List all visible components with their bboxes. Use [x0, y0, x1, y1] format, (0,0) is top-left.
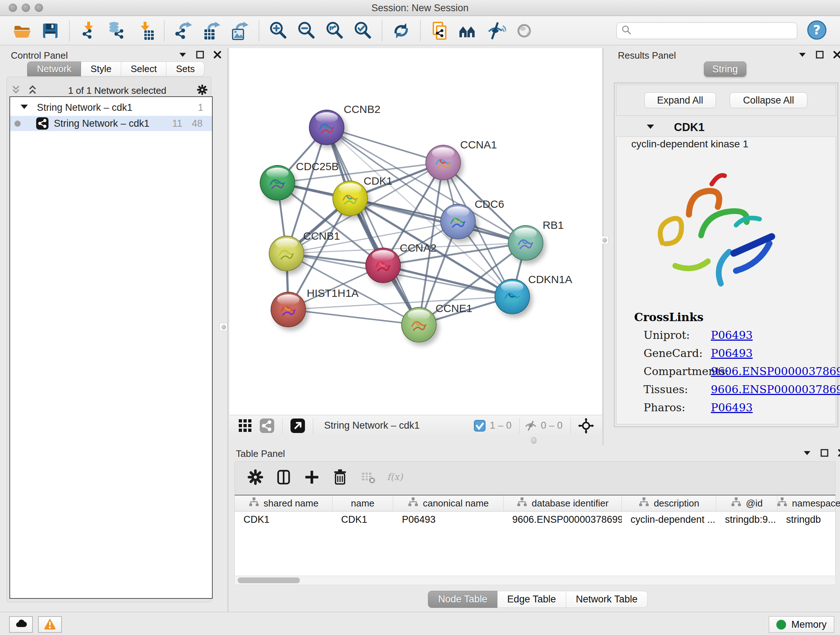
- scrollbar-thumb[interactable]: [238, 578, 300, 583]
- open-session-icon[interactable]: [11, 20, 33, 42]
- column-header-namespace[interactable]: namespace: [777, 496, 840, 511]
- zoom-fit-icon[interactable]: [324, 20, 346, 42]
- network-share-icon[interactable]: [259, 418, 275, 434]
- tab-network-table[interactable]: Network Table: [566, 591, 648, 608]
- tab-sets[interactable]: Sets: [166, 62, 204, 76]
- tab-edge-table[interactable]: Edge Table: [497, 591, 566, 608]
- right-splitter[interactable]: [603, 48, 603, 445]
- delete-column-trash-icon[interactable]: [330, 467, 351, 488]
- column-header-description[interactable]: description: [622, 496, 716, 511]
- close-panel-icon[interactable]: [832, 50, 840, 61]
- zoom-selected-icon[interactable]: [352, 20, 374, 42]
- show-all-icon[interactable]: [513, 20, 535, 42]
- left-splitter-handle[interactable]: [219, 323, 227, 331]
- warning-button[interactable]: [38, 616, 62, 633]
- birds-eye-crosshair-icon[interactable]: [578, 418, 594, 434]
- node-HIST1H1A[interactable]: [271, 292, 306, 327]
- collapse-all-button[interactable]: Collapse All: [729, 92, 807, 108]
- collapse-panel-icon[interactable]: [178, 50, 187, 61]
- import-database-icon[interactable]: [106, 20, 128, 42]
- edge-HIST1H1A-CCNE1[interactable]: [288, 310, 419, 325]
- collection-expand-triangle-icon[interactable]: [10, 102, 29, 113]
- crosslink-link[interactable]: P06493: [711, 347, 753, 359]
- tab-node-table[interactable]: Node Table: [428, 591, 497, 608]
- table-cell[interactable]: stringdb: [777, 511, 840, 527]
- tab-style[interactable]: Style: [81, 62, 121, 76]
- table-cell[interactable]: CDK1: [235, 511, 332, 527]
- table-horizontal-scrollbar[interactable]: [234, 576, 836, 585]
- table-cell[interactable]: stringdb:9...: [716, 511, 777, 527]
- node-RB1[interactable]: [508, 225, 543, 261]
- column-header-name[interactable]: name: [332, 496, 393, 511]
- node-CCNA1[interactable]: [425, 145, 461, 180]
- edge-CCNB2-CCNA1[interactable]: [327, 127, 443, 163]
- crosslink-link[interactable]: P06493: [711, 329, 753, 341]
- crosslink-link[interactable]: 9606.ENSP00000378699: [711, 383, 840, 396]
- export-image-icon[interactable]: [229, 20, 251, 42]
- hide-selected-icon[interactable]: [485, 20, 507, 42]
- column-header-database-identifier[interactable]: database identifier: [504, 496, 622, 511]
- crosslink-link[interactable]: P06493: [711, 401, 753, 414]
- section-expand-triangle-icon[interactable]: [616, 122, 655, 133]
- node-CCNA2[interactable]: [365, 248, 401, 283]
- help-button[interactable]: ?: [807, 20, 827, 42]
- table-row[interactable]: CDK1CDK1P064939606.ENSP00000378699cyclin…: [235, 511, 835, 527]
- column-header--id[interactable]: @id: [716, 496, 777, 511]
- zoom-in-icon[interactable]: [267, 20, 289, 42]
- tab-string[interactable]: String: [704, 62, 746, 77]
- network-options-gear-icon[interactable]: [196, 84, 208, 97]
- node-details-header[interactable]: CDK1: [616, 118, 836, 137]
- table-cell[interactable]: cyclin-dependent ...: [622, 511, 716, 527]
- float-panel-icon[interactable]: [195, 50, 205, 61]
- expand-all-button[interactable]: Expand All: [644, 92, 716, 108]
- grid-view-icon[interactable]: [237, 418, 253, 434]
- zoom-out-icon[interactable]: [295, 20, 317, 42]
- collapse-panel-icon[interactable]: [802, 448, 812, 459]
- float-panel-icon[interactable]: [815, 50, 824, 61]
- node-CDK1[interactable]: [332, 181, 368, 216]
- open-in-new-icon[interactable]: [290, 418, 306, 434]
- tab-network[interactable]: Network: [27, 62, 81, 76]
- close-panel-icon[interactable]: [837, 448, 840, 459]
- save-session-icon[interactable]: [39, 20, 61, 42]
- network-collection-row[interactable]: String Network – cdk1 1: [10, 101, 212, 114]
- left-splitter[interactable]: [227, 48, 228, 612]
- first-neighbors-icon[interactable]: [457, 20, 478, 42]
- tab-select[interactable]: Select: [121, 62, 166, 76]
- refresh-icon[interactable]: [390, 20, 412, 42]
- add-column-plus-icon[interactable]: [302, 467, 322, 488]
- show-columns-icon[interactable]: [273, 467, 294, 488]
- close-panel-icon[interactable]: [213, 50, 222, 61]
- node-CDC6[interactable]: [440, 204, 476, 239]
- table-cell[interactable]: P06493: [393, 511, 504, 527]
- memory-button[interactable]: Memory: [769, 616, 834, 633]
- network-canvas[interactable]: CCNB2CCNA1CDC25BCDK1CDC6RB1CCNB1CCNA2CDK…: [229, 48, 602, 415]
- table-cell[interactable]: 9606.ENSP00000378699: [504, 511, 622, 527]
- export-table-icon[interactable]: [201, 20, 223, 42]
- column-header-shared-name[interactable]: shared name: [235, 496, 332, 511]
- node-CDC25B[interactable]: [260, 165, 295, 201]
- crosslink-link[interactable]: 9606.ENSP00000378699: [711, 365, 840, 378]
- collapse-panel-icon[interactable]: [798, 50, 807, 61]
- node-CCNB2[interactable]: [309, 110, 344, 145]
- search-box[interactable]: [616, 22, 797, 39]
- float-panel-icon[interactable]: [820, 448, 829, 459]
- node-CDKN1A[interactable]: [494, 279, 530, 314]
- hidden-eye-slash-icon[interactable]: [524, 419, 537, 432]
- search-input[interactable]: [635, 25, 793, 36]
- column-header-canonical-name[interactable]: canonical name: [393, 496, 504, 511]
- node-CCNE1[interactable]: [401, 307, 437, 342]
- cloud-button[interactable]: [9, 616, 33, 633]
- table-cell[interactable]: CDK1: [332, 511, 393, 527]
- import-table-icon[interactable]: [134, 20, 156, 42]
- expand-all-networks-icon[interactable]: [27, 84, 38, 97]
- table-settings-gear-icon[interactable]: [245, 467, 266, 488]
- selected-checkbox-icon[interactable]: [473, 419, 486, 432]
- copy-network-icon[interactable]: [429, 20, 450, 42]
- import-network-icon[interactable]: [78, 20, 99, 42]
- node-CCNB1[interactable]: [269, 236, 304, 271]
- collapse-all-networks-icon[interactable]: [10, 84, 22, 97]
- export-network-icon[interactable]: [172, 20, 194, 42]
- horizontal-splitter-handle[interactable]: [531, 437, 537, 444]
- network-row-selected[interactable]: String Network – cdk1 11 48: [10, 116, 212, 131]
